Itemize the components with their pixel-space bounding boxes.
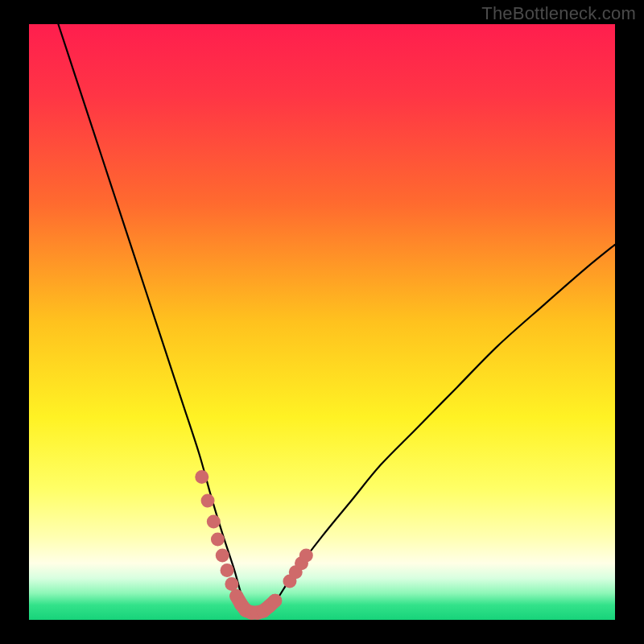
valley-marker-dot — [299, 549, 313, 563]
bottleneck-chart — [0, 0, 644, 644]
valley-marker-dot — [221, 564, 234, 577]
valley-marker-dot — [268, 594, 282, 608]
plot-background — [29, 24, 615, 620]
valley-marker-dot — [201, 494, 215, 508]
valley-marker-dot — [225, 577, 238, 591]
valley-marker-dot — [211, 533, 225, 547]
valley-marker-dot — [195, 470, 208, 484]
chart-stage: TheBottleneck.com — [0, 0, 644, 644]
watermark-text: TheBottleneck.com — [481, 3, 636, 24]
valley-marker-dot — [207, 514, 221, 528]
valley-marker-dot — [216, 549, 229, 563]
